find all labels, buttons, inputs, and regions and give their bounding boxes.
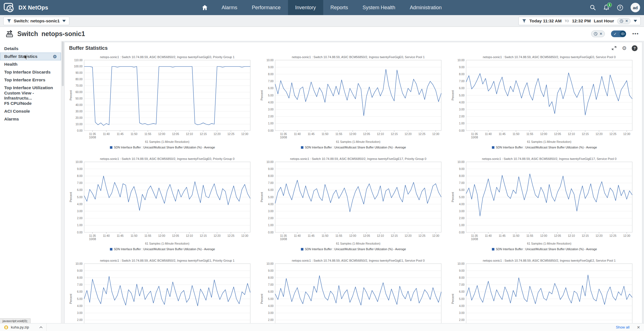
- page-title: netops-sonic1: [41, 30, 85, 38]
- chevron-down-icon: [634, 20, 637, 22]
- download-filename: kuha.py.zip: [11, 325, 29, 329]
- settings-icon[interactable]: ⚙: [622, 45, 627, 51]
- search-button[interactable]: [590, 4, 596, 11]
- chart-panel[interactable]: netops-sonic1 : Switch 10.74.88.59, ASIC…: [67, 157, 258, 259]
- zip-file-icon: [4, 325, 8, 330]
- chart-panel[interactable]: netops-sonic1 : Switch 10.74.88.59, ASIC…: [449, 259, 640, 331]
- chart-plot[interactable]: netops-sonic1 : Switch 10.74.88.59, ASIC…: [450, 259, 638, 331]
- auto-refresh-toggle[interactable]: ✓: [611, 30, 626, 37]
- svg-text:0.00: 0.00: [268, 231, 273, 234]
- chart-plot[interactable]: netops-sonic1 : Switch 10.74.88.59, ASIC…: [69, 157, 256, 255]
- clear-icon[interactable]: ✕: [600, 32, 602, 36]
- svg-text:12:10: 12:10: [377, 234, 384, 237]
- nav-item-performance[interactable]: Performance: [244, 0, 288, 15]
- sidebar-item-aci-console[interactable]: ACI Console: [0, 107, 61, 115]
- svg-text:6.00: 6.00: [77, 188, 82, 191]
- scrollbar-thumb[interactable]: [62, 41, 64, 86]
- sidebar-item-top-interface-errors[interactable]: Top Interface Errors: [0, 76, 61, 84]
- svg-text:3.00: 3.00: [459, 210, 464, 213]
- sidebar-scrollbar[interactable]: [61, 41, 64, 331]
- sidebar-item-custom-view-infrastructu[interactable]: Custom View - Infrastructu...: [0, 92, 61, 100]
- svg-text:5.00: 5.00: [268, 196, 273, 199]
- settings-icon[interactable]: ⚙: [53, 54, 57, 59]
- sidebar-item-f5-cpu-node[interactable]: F5 CPU/Node: [0, 100, 61, 107]
- svg-text:0.00: 0.00: [77, 231, 82, 234]
- nav-item-administration[interactable]: Administration: [403, 0, 449, 15]
- svg-text:6.00: 6.00: [459, 87, 464, 90]
- show-all-downloads-link[interactable]: Show all: [616, 325, 629, 329]
- help-button[interactable]: ?: [617, 4, 623, 11]
- resize-icon[interactable]: [611, 45, 617, 51]
- chart-plot[interactable]: netops-sonic1 : Switch 10.74.88.59, ASIC…: [69, 55, 256, 153]
- time-clear-icon[interactable]: ✕: [625, 19, 628, 23]
- sidebar-item-buffer-statistics[interactable]: Buffer Statistics⚙: [0, 53, 61, 60]
- sidebar-item-details[interactable]: Details: [0, 45, 61, 53]
- nav-item-system-health[interactable]: System Health: [355, 0, 403, 15]
- nav-item-inventory[interactable]: Inventory: [288, 0, 323, 15]
- chart-panel[interactable]: netops-sonic1 : Switch 10.74.88.59, ASIC…: [449, 157, 640, 259]
- chevron-up-icon[interactable]: [39, 326, 43, 328]
- close-shelf-icon[interactable]: ✕: [637, 325, 640, 330]
- chart-title: netops-sonic1 : Switch 10.74.88.59, ASIC…: [483, 259, 615, 262]
- svg-text:0.00: 0.00: [77, 129, 82, 132]
- sidebar-item-alarms[interactable]: Alarms: [0, 115, 61, 123]
- chart-plot[interactable]: netops-sonic1 : Switch 10.74.88.59, ASIC…: [260, 55, 447, 153]
- chart-plot[interactable]: netops-sonic1 : Switch 10.74.88.59, ASIC…: [260, 259, 447, 331]
- eye-icon: [620, 31, 626, 37]
- svg-text:9.00: 9.00: [459, 269, 464, 272]
- chart-panel[interactable]: netops-sonic1 : Switch 10.74.88.59, ASIC…: [258, 259, 449, 331]
- more-menu-button[interactable]: •••: [632, 31, 639, 37]
- sidebar: DetailsBuffer Statistics⚙HealthTop Inter…: [0, 41, 61, 331]
- time-range-selector[interactable]: Today 11:32 AM to 12:32 PM Last Hour ✕: [518, 17, 641, 25]
- svg-text:10.00: 10.00: [75, 123, 82, 126]
- svg-text:8.00: 8.00: [77, 276, 82, 279]
- svg-text:4.00: 4.00: [268, 101, 273, 104]
- context-selector[interactable]: Switch: netops-sonic1: [3, 17, 69, 25]
- chart-plot[interactable]: netops-sonic1 : Switch 10.74.88.59, ASIC…: [260, 157, 447, 255]
- sidebar-item-health[interactable]: Health: [0, 60, 61, 68]
- svg-text:11:35: 11:35: [471, 133, 478, 136]
- svg-text:12:00: 12:00: [349, 234, 356, 237]
- shelf-right: Show all ✕: [616, 325, 644, 330]
- chart-panel[interactable]: netops-sonic1 : Switch 10.74.88.59, ASIC…: [67, 259, 258, 331]
- svg-text:6.00: 6.00: [268, 290, 273, 293]
- svg-text:10.00: 10.00: [266, 160, 273, 164]
- svg-text:11:55: 11:55: [526, 234, 533, 237]
- time-reset-pill[interactable]: ✕: [617, 18, 631, 24]
- svg-text:5.00: 5.00: [268, 94, 273, 97]
- svg-text:1.00: 1.00: [268, 224, 273, 227]
- nav-item-alarms[interactable]: Alarms: [214, 0, 244, 15]
- brand: DX NetOps: [0, 3, 48, 13]
- svg-text:12:20: 12:20: [213, 234, 220, 237]
- nav-item-reports[interactable]: Reports: [323, 0, 355, 15]
- chart-panel[interactable]: netops-sonic1 : Switch 10.74.88.59, ASIC…: [67, 55, 258, 157]
- chart-plot[interactable]: netops-sonic1 : Switch 10.74.88.59, ASIC…: [450, 55, 638, 153]
- svg-text:30.00: 30.00: [75, 110, 82, 113]
- svg-text:10.00: 10.00: [266, 59, 273, 62]
- svg-text:12:25: 12:25: [227, 133, 234, 136]
- notifications-button[interactable]: 1: [603, 4, 610, 11]
- time-reset-pill[interactable]: ✕: [591, 30, 605, 37]
- svg-text:4.00: 4.00: [77, 304, 82, 308]
- user-avatar[interactable]: ad: [631, 3, 640, 12]
- chart-plot[interactable]: netops-sonic1 : Switch 10.74.88.59, ASIC…: [450, 157, 638, 255]
- chart-panel[interactable]: netops-sonic1 : Switch 10.74.88.59, ASIC…: [449, 55, 640, 157]
- downloads-shelf: kuha.py.zip Show all ✕: [0, 323, 644, 331]
- download-item[interactable]: kuha.py.zip: [0, 323, 47, 331]
- help-icon[interactable]: ?: [632, 45, 638, 51]
- sidebar-item-top-interface-discards[interactable]: Top Interface Discards: [0, 68, 61, 76]
- home-nav-item[interactable]: [195, 0, 214, 15]
- sidebar-item-label: Top Interface Utilization: [4, 85, 53, 90]
- home-icon: [202, 5, 207, 10]
- chart-plot[interactable]: netops-sonic1 : Switch 10.74.88.59, ASIC…: [69, 259, 256, 331]
- chart-panel[interactable]: netops-sonic1 : Switch 10.74.88.59, ASIC…: [258, 157, 449, 259]
- chart-panel[interactable]: netops-sonic1 : Switch 10.74.88.59, ASIC…: [258, 55, 449, 157]
- svg-text:12:30: 12:30: [432, 234, 439, 237]
- svg-text:2.00: 2.00: [268, 115, 273, 118]
- svg-text:11:50: 11:50: [131, 234, 138, 237]
- svg-text:6.00: 6.00: [268, 87, 273, 90]
- svg-text:9.00: 9.00: [268, 66, 273, 69]
- main-nav-items: AlarmsPerformanceInventoryReportsSystem …: [214, 0, 449, 15]
- chart-title: netops-sonic1 : Switch 10.74.88.59, ASIC…: [292, 55, 424, 59]
- svg-text:4.00: 4.00: [77, 203, 82, 206]
